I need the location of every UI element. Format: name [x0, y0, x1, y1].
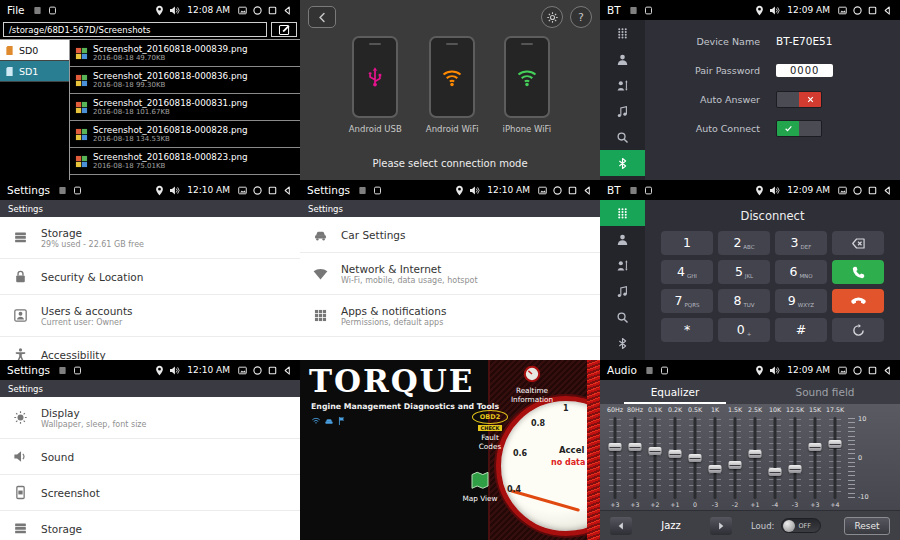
key-6[interactable]: 6MNO: [775, 260, 827, 284]
redial-key[interactable]: [832, 318, 884, 342]
connection-option-android-wifi[interactable]: Android WiFi: [426, 36, 479, 134]
screenshot-nav-icon[interactable]: [837, 5, 848, 16]
band-slider[interactable]: [608, 416, 622, 500]
key-4[interactable]: 4GHI: [661, 260, 713, 284]
file-row[interactable]: Screenshot_20160818-000839.png2016-08-18…: [70, 40, 300, 67]
key-3[interactable]: 3DEF: [775, 231, 827, 255]
auto-connect-toggle[interactable]: [776, 120, 822, 137]
key-1[interactable]: 1: [661, 231, 713, 255]
screenshot-nav-icon[interactable]: [837, 365, 848, 376]
band-slider[interactable]: [728, 416, 742, 500]
back-icon[interactable]: [882, 365, 893, 376]
file-row[interactable]: Screenshot_20160818-000831.png2016-08-18…: [70, 94, 300, 121]
home-icon[interactable]: [852, 5, 863, 16]
sidebar-item-search[interactable]: [600, 304, 645, 330]
disconnect-button[interactable]: Disconnect: [645, 200, 900, 229]
preset-next-button[interactable]: [710, 517, 732, 535]
loud-toggle[interactable]: OFF: [781, 518, 821, 533]
fault-codes-item[interactable]: OBD2 CHECK Fault Codes: [462, 410, 518, 451]
band-slider[interactable]: [808, 416, 822, 500]
recents-icon[interactable]: [867, 185, 878, 196]
band-slider[interactable]: [748, 416, 762, 500]
home-icon[interactable]: [252, 185, 263, 196]
slider-thumb[interactable]: [769, 468, 782, 476]
preset-prev-button[interactable]: [610, 517, 632, 535]
slider-thumb[interactable]: [749, 450, 762, 458]
tab-equalizer[interactable]: Equalizer: [600, 380, 750, 404]
file-row[interactable]: Screenshot_20160818-000828.png2016-08-18…: [70, 121, 300, 148]
slider-thumb[interactable]: [809, 443, 822, 451]
settings-item-storage[interactable]: Storage: [0, 511, 300, 540]
map-view-item[interactable]: Map View: [452, 470, 508, 503]
connection-option-android-usb[interactable]: Android USB: [349, 36, 402, 134]
realtime-information-item[interactable]: Realtime Information: [500, 365, 564, 404]
slider-thumb[interactable]: [649, 447, 662, 455]
key-9[interactable]: 9WXYZ: [775, 289, 827, 313]
slider-thumb[interactable]: [789, 465, 802, 473]
key-8[interactable]: 8TUV: [718, 289, 770, 313]
back-button[interactable]: [308, 6, 336, 28]
settings-item-sound[interactable]: Sound: [0, 439, 300, 475]
sidebar-item-call-transfer[interactable]: [600, 72, 645, 98]
band-slider[interactable]: [648, 416, 662, 500]
slider-thumb[interactable]: [729, 461, 742, 469]
sidebar-item-dialpad[interactable]: [600, 20, 645, 46]
backspace-key[interactable]: [832, 231, 884, 255]
sidebar-item-dialpad[interactable]: [600, 200, 645, 226]
screenshot-nav-icon[interactable]: [237, 365, 248, 376]
sidebar-item-music[interactable]: [600, 278, 645, 304]
screenshot-nav-icon[interactable]: [237, 5, 248, 16]
recents-icon[interactable]: [267, 365, 278, 376]
path-display[interactable]: /storage/68D1-567D/Screenshots: [3, 22, 267, 37]
back-icon[interactable]: [282, 185, 293, 196]
slider-thumb[interactable]: [689, 454, 702, 462]
slider-thumb[interactable]: [669, 450, 682, 458]
band-slider[interactable]: [708, 416, 722, 500]
drive-item-sd0[interactable]: SD0: [0, 40, 69, 61]
recents-icon[interactable]: [567, 185, 578, 196]
band-slider[interactable]: [828, 416, 842, 500]
settings-item-screenshot[interactable]: Screenshot: [0, 475, 300, 511]
hangup-key[interactable]: [832, 289, 884, 313]
back-icon[interactable]: [282, 365, 293, 376]
settings-item-accessibility[interactable]: Accessibility: [0, 337, 300, 360]
slider-thumb[interactable]: [709, 465, 722, 473]
settings-item-security-location[interactable]: Security & Location: [0, 259, 300, 295]
band-slider[interactable]: [788, 416, 802, 500]
settings-item-display[interactable]: DisplayWallpaper, sleep, font size: [0, 397, 300, 439]
settings-item-storage[interactable]: Storage29% used - 22.61 GB free: [0, 217, 300, 259]
screenshot-nav-icon[interactable]: [237, 185, 248, 196]
tab-sound-field[interactable]: Sound field: [750, 380, 900, 404]
sidebar-item-contacts[interactable]: [600, 46, 645, 72]
settings-item-apps-notifications[interactable]: Apps & notificationsPermissions, default…: [300, 295, 600, 337]
recents-icon[interactable]: [267, 5, 278, 16]
sidebar-item-search[interactable]: [600, 124, 645, 150]
settings-item-car-settings[interactable]: Car Settings: [300, 217, 600, 253]
back-icon[interactable]: [582, 185, 593, 196]
file-row[interactable]: Screenshot_20160818-000823.png2016-08-18…: [70, 148, 300, 175]
back-icon[interactable]: [882, 185, 893, 196]
key-7[interactable]: 7PQRS: [661, 289, 713, 313]
back-icon[interactable]: [882, 5, 893, 16]
file-row[interactable]: Screenshot_20160818-000836.png2016-08-18…: [70, 67, 300, 94]
home-icon[interactable]: [852, 185, 863, 196]
help-button[interactable]: [570, 6, 592, 28]
recents-icon[interactable]: [267, 185, 278, 196]
screenshot-nav-icon[interactable]: [837, 185, 848, 196]
band-slider[interactable]: [628, 416, 642, 500]
sidebar-item-music[interactable]: [600, 98, 645, 124]
key-0[interactable]: 0+: [718, 318, 770, 342]
settings-item-network-internet[interactable]: Network & InternetWi-Fi, mobile, data us…: [300, 253, 600, 295]
band-slider[interactable]: [768, 416, 782, 500]
reset-button[interactable]: Reset: [844, 517, 890, 535]
screenshot-nav-icon[interactable]: [537, 185, 548, 196]
key-2[interactable]: 2ABC: [718, 231, 770, 255]
sidebar-item-bluetooth[interactable]: [600, 330, 645, 356]
settings-button[interactable]: [541, 6, 563, 28]
recents-icon[interactable]: [867, 5, 878, 16]
slider-thumb[interactable]: [829, 440, 842, 448]
sidebar-item-contacts[interactable]: [600, 226, 645, 252]
auto-answer-toggle[interactable]: [776, 91, 822, 108]
home-icon[interactable]: [252, 365, 263, 376]
connection-option-iphone-wifi[interactable]: iPhone WiFi: [503, 36, 552, 134]
